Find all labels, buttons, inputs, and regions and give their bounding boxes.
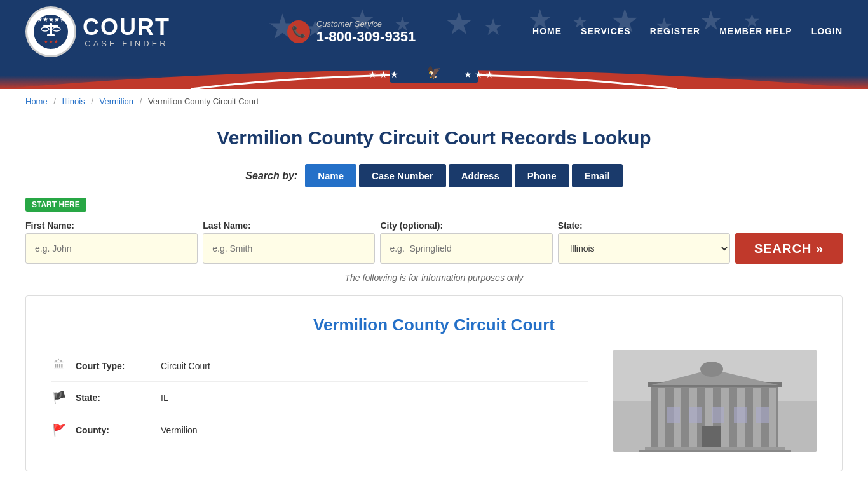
county-value: Vermilion xyxy=(161,425,198,435)
first-name-label: First Name: xyxy=(25,220,198,231)
header-inner: ★★★★★ ★ ★ ★ COURT CASE FINDER 📞 xyxy=(0,0,868,64)
court-info-title: Vermilion County Circuit Court xyxy=(51,315,817,335)
court-type-value: Circuit Court xyxy=(161,361,210,371)
start-here-badge: START HERE xyxy=(25,198,86,212)
svg-rect-2 xyxy=(50,23,52,36)
svg-rect-32 xyxy=(734,407,747,423)
header: ★ ★ ★ ★ ★ ★ ★ ★ ★ ★ ★ ★ ★★★★★ xyxy=(0,0,868,89)
city-field: City (optional): xyxy=(380,220,552,264)
tab-phone[interactable]: Phone xyxy=(515,164,569,187)
county-icon: 🚩 xyxy=(51,423,67,437)
search-tabs: Name Case Number Address Phone Email xyxy=(305,164,622,187)
court-type-row: 🏛 Court Type: Circuit Court xyxy=(51,350,588,382)
svg-text:★★★★★: ★★★★★ xyxy=(37,16,65,23)
court-type-label: Court Type: xyxy=(76,361,152,371)
page-title: Vermilion County Circuit Court Records L… xyxy=(25,127,843,149)
last-name-field: Last Name: xyxy=(203,220,375,264)
breadcrumb-sep-3: / xyxy=(140,97,142,106)
search-button[interactable]: SEARCH » xyxy=(735,233,843,264)
breadcrumb-illinois[interactable]: Illinois xyxy=(62,97,85,106)
last-name-input[interactable] xyxy=(203,233,375,264)
county-label: County: xyxy=(76,425,152,435)
building-svg xyxy=(613,350,817,452)
court-info-body: 🏛 Court Type: Circuit Court 🏴 State: IL … xyxy=(51,350,817,452)
state-icon: 🏴 xyxy=(51,391,67,405)
breadcrumb-home[interactable]: Home xyxy=(25,97,48,106)
main-content: Vermilion County Circuit Court Records L… xyxy=(0,114,868,484)
svg-rect-29 xyxy=(667,407,680,423)
main-nav: HOME SERVICES REGISTER MEMBER HELP LOGIN xyxy=(532,26,843,37)
state-label-info: State: xyxy=(76,393,152,403)
search-section: Search by: Name Case Number Address Phon… xyxy=(25,164,843,187)
svg-rect-36 xyxy=(639,450,791,452)
breadcrumb-current: Vermilion County Circuit Court xyxy=(148,97,259,106)
nav-register[interactable]: REGISTER xyxy=(650,26,701,37)
svg-rect-24 xyxy=(769,388,776,449)
breadcrumb-sep-1: / xyxy=(53,97,56,106)
customer-service: 📞 Customer Service 1-800-309-9351 xyxy=(287,19,416,45)
first-name-input[interactable] xyxy=(25,233,198,264)
tab-address[interactable]: Address xyxy=(449,164,512,187)
customer-service-phone: 1-800-309-9351 xyxy=(316,29,416,45)
svg-text:🦅: 🦅 xyxy=(427,65,442,79)
header-wave: 🦅 ★ ★ ★ ★ ★ ★ xyxy=(0,57,868,89)
logo-court-label: COURT xyxy=(83,16,170,39)
svg-rect-17 xyxy=(658,388,665,449)
search-by-label: Search by: xyxy=(245,170,297,182)
svg-rect-28 xyxy=(707,362,716,372)
state-value: IL xyxy=(161,393,168,403)
city-label: City (optional): xyxy=(380,220,552,231)
tab-case-number[interactable]: Case Number xyxy=(359,164,446,187)
svg-rect-31 xyxy=(712,407,724,423)
nav-services[interactable]: SERVICES xyxy=(581,26,631,37)
svg-rect-3 xyxy=(43,25,58,27)
county-row: 🚩 County: Vermilion xyxy=(51,414,588,446)
state-label: State: xyxy=(558,220,730,231)
court-type-icon: 🏛 xyxy=(51,359,67,372)
breadcrumb-sep-2: / xyxy=(91,97,93,106)
first-name-field: First Name: xyxy=(25,220,198,264)
logo-area: ★★★★★ ★ ★ ★ COURT CASE FINDER xyxy=(25,6,170,57)
logo-text: COURT CASE FINDER xyxy=(83,16,170,48)
svg-rect-30 xyxy=(689,407,702,423)
state-row: 🏴 State: IL xyxy=(51,382,588,414)
court-info-box: Vermilion County Circuit Court 🏛 Court T… xyxy=(25,295,843,471)
tab-email[interactable]: Email xyxy=(572,164,623,187)
search-form-container: START HERE First Name: Last Name: City (… xyxy=(25,198,843,264)
breadcrumb-vermilion[interactable]: Vermilion xyxy=(100,97,133,106)
svg-rect-33 xyxy=(756,407,769,423)
logo-emblem: ★★★★★ ★ ★ ★ xyxy=(25,6,76,57)
breadcrumb: Home / Illinois / Vermilion / Vermilion … xyxy=(0,89,868,114)
nav-home[interactable]: HOME xyxy=(532,26,562,37)
info-text: The following is for information purpose… xyxy=(25,273,843,283)
svg-text:★ ★ ★: ★ ★ ★ xyxy=(464,69,494,79)
svg-rect-8 xyxy=(47,34,55,36)
customer-service-label: Customer Service xyxy=(316,19,416,29)
nav-login[interactable]: LOGIN xyxy=(811,26,843,37)
logo-svg: ★★★★★ ★ ★ ★ xyxy=(32,13,70,51)
search-form: First Name: Last Name: City (optional): … xyxy=(25,220,843,264)
state-select[interactable]: Illinois Alabama Alaska Arizona Californ… xyxy=(558,233,730,264)
state-field: State: Illinois Alabama Alaska Arizona C… xyxy=(558,220,730,264)
court-info-details: 🏛 Court Type: Circuit Court 🏴 State: IL … xyxy=(51,350,588,452)
customer-service-text: Customer Service 1-800-309-9351 xyxy=(316,19,416,45)
svg-text:★ ★ ★: ★ ★ ★ xyxy=(369,69,398,79)
svg-text:★ ★ ★: ★ ★ ★ xyxy=(44,39,58,44)
search-by-row: Search by: Name Case Number Address Phon… xyxy=(25,164,843,187)
phone-icon: 📞 xyxy=(287,20,310,43)
logo-case-finder-label: CASE FINDER xyxy=(83,39,170,48)
nav-member-help[interactable]: MEMBER HELP xyxy=(719,26,792,37)
last-name-label: Last Name: xyxy=(203,220,375,231)
city-input[interactable] xyxy=(380,233,552,264)
tab-name[interactable]: Name xyxy=(305,164,356,187)
court-image xyxy=(613,350,817,452)
